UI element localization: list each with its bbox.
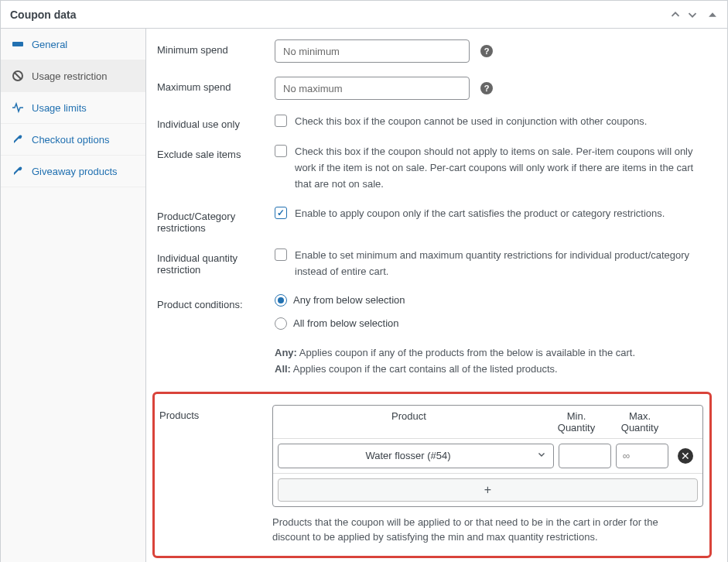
help-icon[interactable]: ? — [480, 82, 493, 94]
add-product-button[interactable]: + — [278, 478, 698, 502]
pulse-icon — [12, 101, 24, 114]
product-conditions-all-radio[interactable] — [275, 317, 287, 330]
product-conditions-all-label: All from below selection — [293, 317, 399, 329]
panel-toggle-icon[interactable] — [707, 9, 718, 20]
exclude-sale-label: Exclude sale items — [157, 144, 265, 160]
exclude-sale-text: Check this box if the coupon should not … — [295, 144, 712, 192]
individual-use-checkbox[interactable] — [275, 115, 287, 127]
max-qty-input[interactable] — [616, 444, 668, 468]
prod-cat-restrictions-text: Enable to apply coupon only if the cart … — [295, 206, 665, 222]
products-table: Product Min. Quantity Max. Quantity Wate… — [272, 405, 703, 507]
sidebar: General Usage restriction Usage limits C… — [1, 29, 146, 562]
products-col-min: Min. Quantity — [545, 406, 608, 438]
individual-qty-text: Enable to set minimum and maximum quanti… — [295, 248, 712, 280]
products-col-max: Max. Quantity — [608, 406, 672, 438]
individual-qty-checkbox[interactable] — [275, 248, 287, 261]
wrench-icon — [12, 133, 24, 146]
exclude-sale-checkbox[interactable] — [275, 145, 287, 157]
product-select[interactable]: Water flosser (#54) — [278, 444, 554, 468]
sidebar-item-usage-limits[interactable]: Usage limits — [1, 92, 145, 124]
product-conditions-label: Product conditions: — [157, 294, 265, 310]
individual-use-label: Individual use only — [157, 114, 265, 130]
max-spend-input[interactable] — [275, 77, 470, 100]
chevron-down-icon — [536, 449, 547, 462]
sidebar-item-label: Giveaway products — [32, 166, 118, 177]
sidebar-item-label: Usage restriction — [32, 70, 108, 82]
sidebar-item-usage-restriction[interactable]: Usage restriction — [1, 60, 145, 92]
sidebar-item-giveaway-products[interactable]: Giveaway products — [1, 156, 145, 187]
products-description: Products that the coupon will be applied… — [272, 515, 703, 545]
ban-icon — [12, 70, 24, 82]
sidebar-item-label: General — [32, 39, 67, 50]
product-conditions-any-radio[interactable] — [275, 294, 287, 307]
main-content: Minimum spend ? Maximum spend ? Individu… — [146, 29, 727, 562]
svg-line-2 — [15, 73, 21, 79]
panel-header: Coupon data — [1, 1, 727, 29]
individual-use-text: Check this box if the coupon cannot be u… — [295, 114, 647, 130]
products-highlight-box: Products Product Min. Quantity Max. Quan… — [152, 392, 712, 558]
sidebar-item-label: Usage limits — [32, 102, 87, 114]
panel-move-up-icon[interactable] — [668, 8, 682, 22]
prod-cat-restrictions-label: Product/Category restrictions — [157, 206, 265, 234]
products-row: Water flosser (#54) ✕ — [273, 439, 702, 473]
panel-move-down-icon[interactable] — [685, 8, 699, 22]
min-spend-input[interactable] — [275, 39, 470, 63]
product-conditions-help: Any: Applies coupon if any of the produc… — [275, 345, 712, 378]
individual-qty-label: Individual quantity restriction — [157, 248, 265, 276]
max-spend-label: Maximum spend — [157, 77, 265, 93]
wrench-icon — [12, 165, 24, 177]
sidebar-item-label: Checkout options — [32, 134, 109, 146]
products-col-product: Product — [273, 406, 545, 438]
remove-product-button[interactable]: ✕ — [678, 448, 693, 464]
help-icon[interactable]: ? — [480, 45, 493, 57]
min-qty-input[interactable] — [559, 444, 611, 468]
prod-cat-restrictions-checkbox[interactable] — [275, 207, 287, 219]
product-conditions-any-label: Any from below selection — [293, 294, 405, 306]
products-label: Products — [155, 405, 263, 545]
sidebar-item-general[interactable]: General — [1, 29, 145, 60]
svg-rect-0 — [12, 42, 23, 46]
panel-title: Coupon data — [10, 9, 77, 21]
min-spend-label: Minimum spend — [157, 39, 265, 56]
ticket-icon — [12, 38, 24, 50]
sidebar-item-checkout-options[interactable]: Checkout options — [1, 124, 145, 156]
